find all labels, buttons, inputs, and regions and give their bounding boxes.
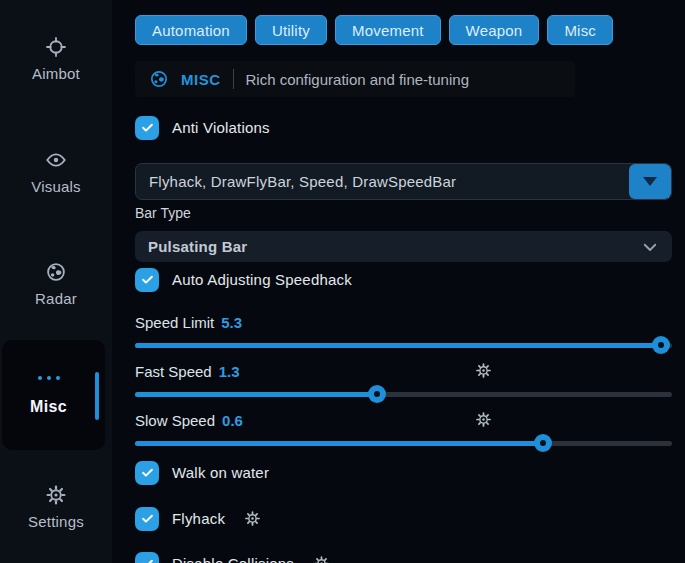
gear-icon[interactable] <box>313 555 330 563</box>
slider-value: 5.3 <box>221 314 242 331</box>
section-title: MISC <box>181 71 221 88</box>
sidebar-item-misc-active[interactable]: Misc <box>2 340 105 450</box>
bar-type-select[interactable]: Pulsating Bar <box>135 231 672 262</box>
tab-weapon[interactable]: Weapon <box>449 15 540 45</box>
slider-thumb[interactable] <box>652 336 670 354</box>
anti-violations-row: Anti Violations <box>135 115 672 140</box>
tab-utility[interactable]: Utility <box>255 15 327 45</box>
sidebar-item-radar[interactable]: Radar <box>0 261 112 307</box>
sidebar-item-aimbot[interactable]: Aimbot <box>0 36 112 82</box>
disable-collisions-row: Disable Collisions <box>135 551 672 563</box>
auto-adjusting-checkbox[interactable] <box>135 268 159 292</box>
gear-icon <box>45 484 67 506</box>
auto-adjusting-row: Auto Adjusting Speedhack <box>135 267 672 292</box>
slider-value: 0.6 <box>222 412 243 429</box>
sidebar-item-label: Visuals <box>31 178 80 195</box>
gear-icon[interactable] <box>244 510 261 527</box>
section-subtitle: Rich configuration and fine-tuning <box>246 71 469 88</box>
sidebar-item-label: Aimbot <box>32 65 80 82</box>
speed-limit-slider[interactable] <box>135 336 672 354</box>
sidebar-item-label: Radar <box>35 290 77 307</box>
multiselect-value: Flyhack, DrawFlyBar, Speed, DrawSpeedBar <box>136 164 629 199</box>
walk-on-water-row: Walk on water <box>135 460 672 485</box>
slow-speed-label-row: Slow Speed 0.6 <box>135 412 672 429</box>
tab-movement[interactable]: Movement <box>335 15 441 45</box>
slider-label: Slow Speed <box>135 412 215 429</box>
globe-icon <box>45 261 67 283</box>
slider-fill <box>135 441 543 446</box>
slider-value: 1.3 <box>219 363 240 380</box>
check-icon <box>140 120 155 135</box>
sidebar: Aimbot Visuals Radar Misc <box>0 0 112 563</box>
gear-icon[interactable] <box>475 411 492 428</box>
multiselect-dropdown-button[interactable] <box>629 164 671 199</box>
gear-icon[interactable] <box>475 362 492 379</box>
eye-icon <box>45 149 67 171</box>
divider <box>233 69 234 89</box>
fast-speed-slider[interactable] <box>135 385 672 403</box>
fast-speed-label-row: Fast Speed 1.3 <box>135 363 672 380</box>
check-icon <box>140 511 155 526</box>
bar-type-label: Bar Type <box>135 205 672 222</box>
check-icon <box>140 465 155 480</box>
slider-label: Speed Limit <box>135 314 214 331</box>
walk-on-water-checkbox[interactable] <box>135 461 159 485</box>
checkbox-label: Disable Collisions <box>172 555 294 563</box>
feature-multiselect[interactable]: Flyhack, DrawFlyBar, Speed, DrawSpeedBar <box>135 163 672 200</box>
active-indicator-bar <box>95 372 99 420</box>
sidebar-item-visuals[interactable]: Visuals <box>0 149 112 195</box>
slider-fill <box>135 343 661 348</box>
slow-speed-slider[interactable] <box>135 434 672 452</box>
checkbox-label: Walk on water <box>172 464 269 481</box>
main-content: Automation Utility Movement Weapon Misc … <box>112 0 685 563</box>
checkbox-label: Auto Adjusting Speedhack <box>172 271 352 288</box>
anti-violations-checkbox[interactable] <box>135 116 159 140</box>
slider-thumb[interactable] <box>368 385 386 403</box>
section-header: MISC Rich configuration and fine-tuning <box>135 61 575 97</box>
slider-label: Fast Speed <box>135 363 212 380</box>
tab-bar: Automation Utility Movement Weapon Misc <box>135 15 672 45</box>
sidebar-item-label: Settings <box>28 513 84 530</box>
check-icon <box>140 272 155 287</box>
crosshair-icon <box>45 36 67 58</box>
sidebar-item-settings[interactable]: Settings <box>0 484 112 530</box>
check-icon <box>140 556 155 563</box>
ellipsis-icon <box>2 376 95 380</box>
flyhack-checkbox[interactable] <box>135 507 159 531</box>
checkbox-label: Flyhack <box>172 510 225 527</box>
globe-icon <box>149 69 169 89</box>
tab-automation[interactable]: Automation <box>135 15 247 45</box>
tab-misc[interactable]: Misc <box>547 15 613 45</box>
speed-limit-label-row: Speed Limit 5.3 <box>135 314 672 331</box>
disable-collisions-checkbox[interactable] <box>135 552 159 563</box>
checkbox-label: Anti Violations <box>172 119 270 136</box>
slider-thumb[interactable] <box>534 434 552 452</box>
select-value: Pulsating Bar <box>148 238 247 255</box>
chevron-down-icon <box>641 238 659 256</box>
triangle-down-icon <box>643 177 657 186</box>
sidebar-item-label: Misc <box>2 398 95 416</box>
slider-fill <box>135 392 377 397</box>
flyhack-row: Flyhack <box>135 506 672 531</box>
